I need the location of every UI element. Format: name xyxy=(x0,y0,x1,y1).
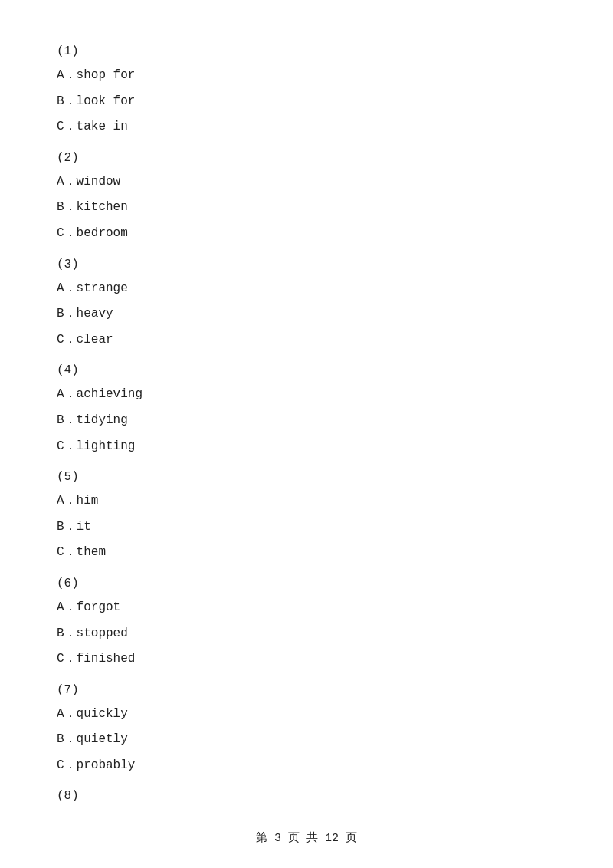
question-4-option-1: A．achieving xyxy=(54,385,559,405)
question-number-4: (4) xyxy=(54,363,559,377)
question-7-option-3: C．probably xyxy=(54,756,559,776)
question-1-option-2: B．look for xyxy=(54,92,559,112)
question-number-5: (5) xyxy=(54,470,559,484)
question-5-option-3: C．them xyxy=(54,543,559,563)
page-content: (1)A．shop forB．look forC．take in(2)A．win… xyxy=(0,0,613,856)
question-number-8: (8) xyxy=(54,789,559,803)
question-6-option-3: C．finished xyxy=(54,649,559,669)
question-number-7: (7) xyxy=(54,683,559,697)
question-5-option-2: B．it xyxy=(54,518,559,538)
question-number-2: (2) xyxy=(54,151,559,165)
question-3-option-2: B．heavy xyxy=(54,304,559,324)
question-number-3: (3) xyxy=(54,258,559,271)
question-7-option-2: B．quietly xyxy=(54,730,559,750)
question-4-option-2: B．tidying xyxy=(54,411,559,431)
question-7-option-1: A．quickly xyxy=(54,705,559,725)
question-2-option-2: B．kitchen xyxy=(54,198,559,218)
question-3-option-1: A．strange xyxy=(54,279,559,299)
question-2-option-3: C．bedroom xyxy=(54,224,559,244)
question-2-option-1: A．window xyxy=(54,173,559,192)
question-6-option-2: B．stopped xyxy=(54,624,559,644)
question-6-option-1: A．forgot xyxy=(54,598,559,618)
footer-text: 第 3 页 共 12 页 xyxy=(256,832,357,845)
question-number-6: (6) xyxy=(54,577,559,590)
question-number-1: (1) xyxy=(54,44,559,58)
question-1-option-3: C．take in xyxy=(54,117,559,137)
question-4-option-3: C．lighting xyxy=(54,437,559,457)
question-3-option-3: C．clear xyxy=(54,330,559,350)
question-1-option-1: A．shop for xyxy=(54,66,559,86)
question-5-option-1: A．him xyxy=(54,492,559,511)
page-footer: 第 3 页 共 12 页 xyxy=(0,830,613,845)
